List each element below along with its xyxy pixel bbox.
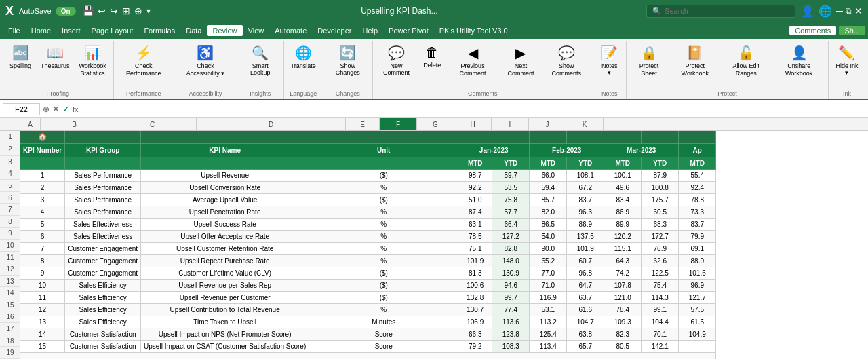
cell[interactable]: 74.2 [604, 267, 642, 279]
show-comments-button[interactable]: 💬 Show Comments [543, 42, 590, 80]
cell-e3[interactable]: MTD [458, 157, 492, 169]
more-tools-icon[interactable]: ⊕ [134, 5, 142, 16]
cell[interactable]: 92.2 [458, 181, 492, 193]
col-header-k[interactable]: K [566, 118, 604, 130]
row-num-11[interactable]: 11 [0, 252, 20, 264]
cell[interactable]: 113.2 [530, 316, 567, 328]
cell-d2[interactable]: Unit [309, 143, 458, 157]
cell[interactable]: 7 [20, 242, 65, 254]
redo-icon[interactable]: ↪ [110, 5, 118, 16]
cell[interactable]: 65.7 [567, 340, 604, 352]
customize-icon[interactable]: ▾ [146, 6, 151, 16]
protect-workbook-button[interactable]: 📔 Protect Workbook [670, 42, 719, 80]
cell[interactable]: Sales Efficiency [65, 279, 141, 291]
cell[interactable]: 109.3 [604, 316, 642, 328]
row-num-3[interactable]: 3 [0, 156, 20, 168]
cell[interactable]: Upsell Repeat Purchase Rate [141, 254, 309, 267]
row-num-17[interactable]: 17 [0, 323, 20, 335]
cell[interactable]: Customer Satisfaction [65, 328, 141, 340]
menu-developer[interactable]: Developer [312, 25, 357, 36]
cell[interactable]: Score [309, 340, 458, 352]
cell[interactable]: 85.7 [530, 193, 567, 206]
cell[interactable]: 101.6 [679, 267, 716, 279]
cell[interactable]: 57.5 [679, 303, 716, 316]
cell-i1[interactable] [604, 131, 642, 143]
cell-h3[interactable]: YTD [567, 157, 604, 169]
menu-review[interactable]: Review [207, 25, 242, 36]
cell[interactable]: 64.3 [604, 254, 642, 267]
cell[interactable]: 96.8 [567, 267, 604, 279]
cell[interactable]: Upsell Penetration Rate [141, 206, 309, 218]
cell[interactable]: 61.6 [567, 303, 604, 316]
spelling-button[interactable]: 🔤 Spelling [5, 42, 35, 72]
col-header-i[interactable]: I [492, 118, 529, 130]
cell[interactable]: 130.9 [492, 267, 530, 279]
cell-g2[interactable]: Feb-2023 [530, 143, 604, 157]
protect-sheet-button[interactable]: 🔒 Protect Sheet [629, 42, 669, 80]
cell[interactable]: 2 [20, 181, 65, 193]
cell[interactable]: Upsell Revenue per Sales Rep [141, 279, 309, 291]
cell[interactable]: 175.7 [642, 193, 679, 206]
cell[interactable]: 86.9 [604, 206, 642, 218]
menu-view[interactable]: View [243, 25, 270, 36]
cell[interactable]: Sales Performance [65, 206, 141, 218]
unshare-workbook-button[interactable]: 👤 Unshare Workbook [772, 42, 825, 80]
cell[interactable]: ($) [309, 193, 458, 206]
row-num-16[interactable]: 16 [0, 311, 20, 324]
cell[interactable]: 4 [20, 206, 65, 218]
cell[interactable]: 79.2 [458, 340, 492, 352]
cell[interactable]: Upsell Contribution to Total Revenue [141, 303, 309, 316]
cell[interactable]: 114.3 [642, 291, 679, 303]
cell[interactable]: 101.9 [567, 242, 604, 254]
cell[interactable]: 10 [20, 279, 65, 291]
cell[interactable]: 63.7 [567, 291, 604, 303]
cell[interactable]: % [309, 254, 458, 267]
cell[interactable]: 96.9 [679, 279, 716, 291]
cell[interactable]: 104.7 [567, 316, 604, 328]
cell[interactable]: Time Taken to Upsell [141, 316, 309, 328]
smart-lookup-button[interactable]: 🔍 Smart Lookup [240, 42, 281, 79]
cell[interactable]: 11 [20, 291, 65, 303]
cell[interactable]: 92.4 [679, 181, 716, 193]
cell[interactable]: Sales Effectiveness [65, 230, 141, 242]
row-num-8[interactable]: 8 [0, 216, 20, 228]
cell[interactable]: 107.8 [604, 279, 642, 291]
cell[interactable]: Minutes [309, 316, 458, 328]
col-header-h[interactable]: H [454, 118, 492, 130]
cell[interactable]: 121.7 [679, 291, 716, 303]
cell-b3[interactable] [65, 157, 141, 169]
cell[interactable]: 123.8 [492, 328, 530, 340]
cell[interactable]: 116.9 [530, 291, 567, 303]
cell[interactable]: 83.7 [567, 193, 604, 206]
menu-insert[interactable]: Insert [56, 25, 86, 36]
cell[interactable]: 53.1 [530, 303, 567, 316]
cell[interactable]: Upsell Offer Acceptance Rate [141, 230, 309, 242]
cell[interactable]: 90.0 [530, 242, 567, 254]
menu-formulas[interactable]: Formulas [138, 25, 180, 36]
share-button[interactable]: Sh... [839, 26, 865, 35]
cancel-formula-icon[interactable]: ✕ [52, 104, 60, 114]
search-input[interactable] [665, 7, 780, 15]
insert-function-icon[interactable]: fx [73, 105, 79, 113]
col-header-c[interactable]: C [108, 118, 197, 130]
next-comment-button[interactable]: ▶ Next Comment [500, 42, 542, 80]
row-num-12[interactable]: 12 [0, 263, 20, 276]
cell[interactable]: 14 [20, 328, 65, 340]
cell[interactable]: 89.9 [604, 218, 642, 230]
cell-h1[interactable] [567, 131, 604, 143]
cell[interactable]: 69.1 [679, 242, 716, 254]
menu-pk-utility[interactable]: PK's Utility Tool V3.0 [434, 25, 513, 36]
cell[interactable]: 54.0 [530, 230, 567, 242]
cell[interactable]: 121.0 [604, 291, 642, 303]
cell-d1[interactable] [309, 131, 458, 143]
menu-file[interactable]: File [3, 25, 26, 36]
cell[interactable]: % [309, 181, 458, 193]
cell-i2[interactable]: Mar-2023 [604, 143, 679, 157]
cell[interactable]: 79.9 [679, 230, 716, 242]
menu-page-layout[interactable]: Page Layout [86, 25, 139, 36]
allow-edit-ranges-button[interactable]: 🔓 Allow Edit Ranges [721, 42, 771, 80]
cell[interactable]: 77.0 [530, 267, 567, 279]
cell[interactable]: 130.7 [458, 303, 492, 316]
cell[interactable]: 51.0 [458, 193, 492, 206]
row-num-13[interactable]: 13 [0, 276, 20, 288]
